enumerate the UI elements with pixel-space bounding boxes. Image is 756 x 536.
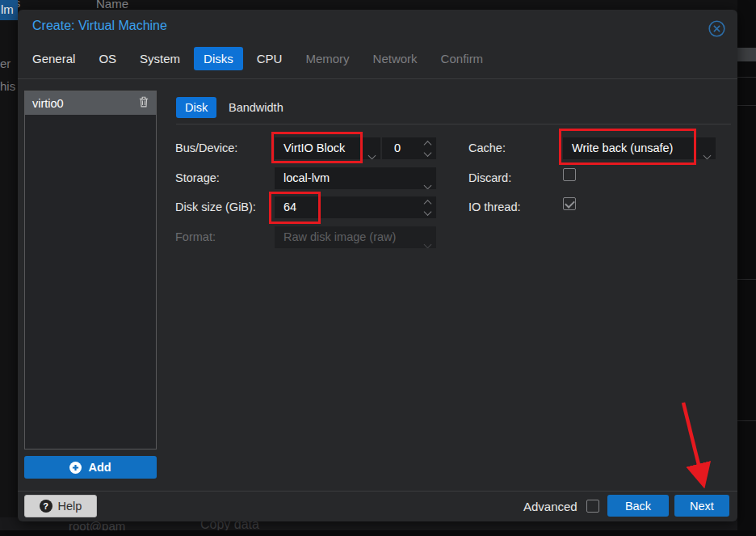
header-divider xyxy=(18,78,737,79)
bg-tree-fragment: his xyxy=(0,79,15,93)
trash-icon[interactable] xyxy=(139,96,149,110)
io-thread-label: IO thread: xyxy=(468,200,520,213)
spinner-icon[interactable] xyxy=(425,141,430,155)
bg-tree-fragment: er xyxy=(0,57,10,70)
disk-list-panel: virtio0 xyxy=(24,91,157,449)
add-button-label: Add xyxy=(88,461,111,474)
bus-device-number-value: 0 xyxy=(394,141,401,154)
disk-list-item-virtio0[interactable]: virtio0 xyxy=(25,91,156,115)
cache-combo[interactable]: Write back (unsafe) xyxy=(563,137,716,159)
storage-label: Storage: xyxy=(175,171,220,184)
chevron-down-icon[interactable] xyxy=(425,174,430,189)
disk-size-label: Disk size (GiB): xyxy=(175,200,256,213)
chevron-down-icon[interactable] xyxy=(369,144,375,159)
bg-right-column xyxy=(737,0,756,536)
bus-device-number-field[interactable]: 0 xyxy=(382,137,436,159)
back-button[interactable]: Back xyxy=(607,495,669,517)
disk-item-label: virtio0 xyxy=(32,97,64,110)
bg-tree-fragment: lm xyxy=(1,2,14,16)
advanced-label: Advanced xyxy=(523,500,578,513)
tab-memory: Memory xyxy=(305,52,349,65)
bg-bottom-strip xyxy=(0,530,756,536)
tab-confirm: Confirm xyxy=(441,52,484,65)
chevron-down-icon xyxy=(425,233,430,248)
bus-device-combo[interactable]: VirtIO Block xyxy=(275,137,380,159)
subtab-bandwidth[interactable]: Bandwidth xyxy=(229,101,284,114)
advanced-checkbox[interactable] xyxy=(586,500,599,513)
bus-device-label: Bus/Device: xyxy=(175,141,237,154)
tab-cpu[interactable]: CPU xyxy=(257,52,283,65)
discard-label: Discard: xyxy=(468,171,511,184)
close-icon[interactable] xyxy=(708,20,725,37)
bg-grid-header-strip xyxy=(737,48,756,61)
wizard-tab-bar: General OS System Disks CPU Memory Netwo… xyxy=(32,52,483,65)
tab-system[interactable]: System xyxy=(140,52,180,65)
tab-disks[interactable]: Disks xyxy=(194,47,243,70)
help-button[interactable]: ? Help xyxy=(24,495,97,517)
help-button-label: Help xyxy=(58,500,82,513)
dialog-title: Create: Virtual Machine xyxy=(32,19,167,33)
format-value: Raw disk image (raw) xyxy=(284,230,396,243)
disk-size-value: 64 xyxy=(284,200,296,213)
cache-label: Cache: xyxy=(468,141,506,154)
io-thread-checkbox[interactable] xyxy=(563,197,576,210)
subtab-disk[interactable]: Disk xyxy=(176,97,216,118)
add-button[interactable]: Add xyxy=(24,456,157,479)
plus-circle-icon xyxy=(69,462,82,474)
storage-value: local-lvm xyxy=(284,171,330,184)
tab-network: Network xyxy=(373,52,418,65)
bg-tree-selected-row: lm xyxy=(0,0,18,20)
footer-divider xyxy=(18,491,737,492)
discard-checkbox[interactable] xyxy=(563,168,576,181)
chevron-down-icon[interactable] xyxy=(704,144,710,159)
tab-os[interactable]: OS xyxy=(99,52,116,65)
cache-value: Write back (unsafe) xyxy=(572,141,673,154)
spinner-icon[interactable] xyxy=(425,200,430,214)
disk-size-field[interactable]: 64 xyxy=(275,196,436,218)
subtab-divider xyxy=(176,124,731,125)
next-button[interactable]: Next xyxy=(674,495,729,517)
storage-combo[interactable]: local-lvm xyxy=(275,167,436,189)
bus-device-value: VirtIO Block xyxy=(284,141,345,154)
question-circle-icon: ? xyxy=(40,500,52,513)
tab-general[interactable]: General xyxy=(32,52,75,65)
create-vm-dialog: Create: Virtual Machine General OS Syste… xyxy=(18,10,737,521)
format-label: Format: xyxy=(175,230,216,243)
format-combo: Raw disk image (raw) xyxy=(275,226,436,248)
